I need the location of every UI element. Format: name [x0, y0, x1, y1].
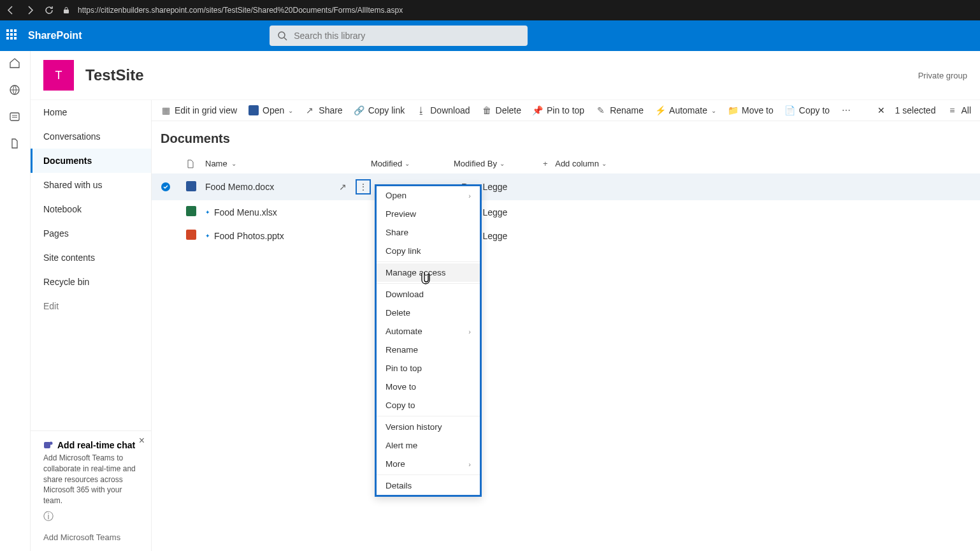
file-row[interactable]: Food Memo.docx ↗ ⋮ Rory Legge: [152, 173, 980, 200]
site-logo[interactable]: T: [43, 60, 74, 91]
site-title[interactable]: TestSite: [85, 66, 144, 84]
nav-site-contents[interactable]: Site contents: [31, 246, 151, 270]
ctx-download[interactable]: Download: [377, 285, 480, 304]
word-icon: [186, 181, 196, 191]
svg-point-1: [278, 32, 285, 38]
link-icon: 🔗: [354, 105, 364, 115]
nav-edit[interactable]: Edit: [31, 294, 151, 318]
chevron-down-icon: ⌄: [231, 160, 236, 167]
ctx-preview[interactable]: Preview: [377, 205, 480, 223]
col-modified[interactable]: Modified⌄: [371, 159, 454, 168]
rename-icon: ✎: [596, 105, 606, 115]
pin-icon: 📌: [533, 105, 543, 115]
cmd-clear-selection[interactable]: ✕ 1 selected: [877, 105, 936, 115]
cmd-grid-view[interactable]: ▦Edit in grid view: [161, 105, 237, 115]
site-header: T TestSite Private group: [31, 51, 980, 100]
file-name[interactable]: Food Photos.pptx: [214, 231, 284, 241]
files-icon[interactable]: [9, 138, 22, 151]
file-name[interactable]: Food Menu.xlsx: [214, 207, 277, 217]
home-icon[interactable]: [9, 57, 22, 70]
share-icon: ↗: [305, 105, 315, 115]
cmd-delete[interactable]: 🗑Delete: [482, 105, 521, 115]
search-input[interactable]: [294, 31, 520, 41]
cmd-download[interactable]: ⭳Download: [416, 105, 470, 115]
forward-button[interactable]: [24, 4, 36, 16]
browser-toolbar: https://citizenbuilders.sharepoint.com/s…: [0, 0, 980, 20]
separator: [377, 474, 480, 475]
info-icon[interactable]: ⓘ: [43, 510, 138, 524]
file-row[interactable]: ✦Food Photos.pptx Rory Legge: [152, 224, 980, 247]
nav-notebook[interactable]: Notebook: [31, 197, 151, 221]
copy-icon: 📄: [785, 105, 795, 115]
col-name[interactable]: Name⌄: [205, 159, 371, 168]
ctx-alert-me[interactable]: Alert me: [377, 436, 480, 455]
chevron-right-icon: ›: [468, 328, 471, 335]
nav-home[interactable]: Home: [31, 100, 151, 124]
url-text[interactable]: https://citizenbuilders.sharepoint.com/s…: [78, 6, 403, 15]
globe-icon[interactable]: [9, 84, 22, 97]
row-more-button[interactable]: ⋮: [356, 179, 371, 195]
ctx-delete[interactable]: Delete: [377, 304, 480, 322]
flow-icon: ⚡: [655, 105, 665, 115]
suite-header: SharePoint: [0, 20, 980, 51]
file-name[interactable]: Food Memo.docx: [205, 182, 274, 192]
nav-documents[interactable]: Documents: [31, 149, 151, 173]
promo-body: Add Microsoft Teams to collaborate in re…: [43, 453, 138, 506]
ctx-share[interactable]: Share: [377, 223, 480, 242]
cmd-automate[interactable]: ⚡Automate⌄: [655, 105, 716, 115]
nav-conversations[interactable]: Conversations: [31, 124, 151, 149]
cmd-copy-to[interactable]: 📄Copy to: [785, 105, 830, 115]
col-modified-by[interactable]: Modified By⌄: [454, 159, 543, 168]
ctx-copy-link[interactable]: Copy link: [377, 242, 480, 260]
excel-icon: [186, 206, 196, 216]
ctx-rename[interactable]: Rename: [377, 341, 480, 359]
suite-title[interactable]: SharePoint: [28, 30, 82, 41]
nav-recycle-bin[interactable]: Recycle bin: [31, 270, 151, 294]
file-type-icon[interactable]: [186, 159, 205, 168]
ctx-details[interactable]: Details: [377, 476, 480, 495]
ctx-manage-access[interactable]: Manage access: [377, 263, 480, 282]
ctx-version-history[interactable]: Version history: [377, 418, 480, 436]
side-nav: Home Conversations Documents Shared with…: [31, 100, 152, 551]
cmd-move-to[interactable]: 📁Move to: [728, 105, 774, 115]
row-selected-icon[interactable]: [161, 182, 186, 192]
cmd-open[interactable]: Open⌄: [249, 105, 293, 115]
cmd-share[interactable]: ↗Share: [305, 105, 342, 115]
chevron-down-icon: ⌄: [288, 107, 293, 114]
share-icon[interactable]: ↗: [339, 182, 347, 192]
cmd-more[interactable]: ⋯: [841, 105, 851, 115]
file-row[interactable]: ✦Food Menu.xlsx Rory Legge: [152, 200, 980, 224]
separator: [377, 261, 480, 262]
close-icon[interactable]: ×: [139, 435, 145, 446]
back-button[interactable]: [5, 4, 17, 16]
cmd-copy-link[interactable]: 🔗Copy link: [354, 105, 405, 115]
chevron-right-icon: ›: [468, 192, 471, 200]
col-add[interactable]: + Add column⌄: [543, 159, 632, 168]
nav-shared[interactable]: Shared with us: [31, 173, 151, 197]
page-title: Documents: [152, 121, 980, 154]
reload-button[interactable]: [43, 4, 55, 16]
more-icon: ⋯: [841, 105, 851, 115]
promo-link[interactable]: Add Microsoft Teams: [43, 533, 138, 542]
site-privacy: Private group: [918, 71, 967, 80]
svg-point-8: [50, 442, 53, 445]
ctx-move-to[interactable]: Move to: [377, 378, 480, 396]
ctx-pin[interactable]: Pin to top: [377, 359, 480, 378]
list-icon: ≡: [947, 105, 957, 115]
news-icon[interactable]: [9, 111, 22, 124]
cmd-pin[interactable]: 📌Pin to top: [533, 105, 584, 115]
nav-pages[interactable]: Pages: [31, 221, 151, 246]
search-box[interactable]: [270, 26, 528, 46]
chevron-down-icon: ⌄: [405, 160, 410, 167]
ctx-automate[interactable]: Automate›: [377, 322, 480, 341]
ctx-more[interactable]: More›: [377, 455, 480, 473]
separator: [377, 416, 480, 416]
ctx-open[interactable]: Open›: [377, 186, 480, 205]
app-rail: [0, 51, 31, 551]
chevron-down-icon: ⌄: [500, 160, 505, 167]
close-icon: ✕: [877, 105, 885, 115]
cmd-view-all[interactable]: ≡All: [947, 105, 971, 115]
app-launcher-icon[interactable]: [6, 29, 19, 42]
cmd-rename[interactable]: ✎Rename: [596, 105, 644, 115]
ctx-copy-to[interactable]: Copy to: [377, 396, 480, 415]
